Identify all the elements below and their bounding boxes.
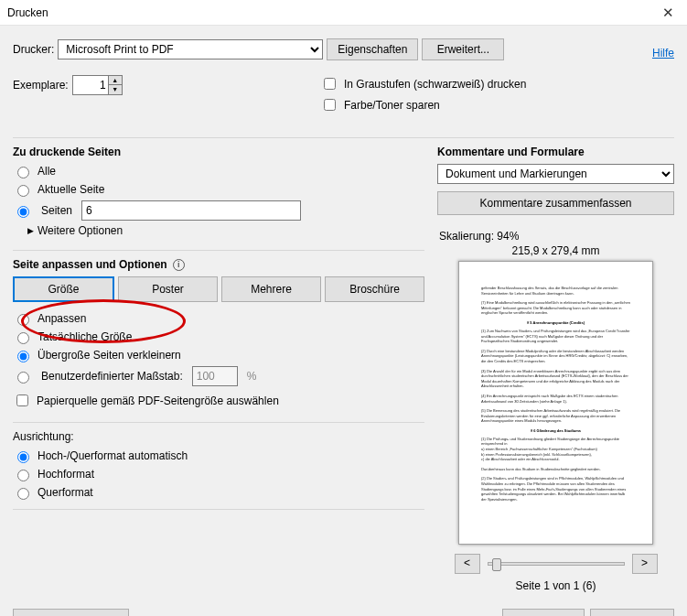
- tab-booklet[interactable]: Broschüre: [325, 276, 424, 302]
- properties-button[interactable]: Eigenschaften: [327, 38, 418, 60]
- radio-all-label: Alle: [38, 165, 56, 178]
- summarize-comments-button[interactable]: Kommentare zusammenfassen: [437, 191, 674, 215]
- page-counter: Seite 1 von 1 (6): [437, 579, 674, 592]
- window-title: Drucken: [7, 6, 48, 19]
- radio-orient-landscape-label: Querformat: [38, 486, 93, 499]
- page-setup-button[interactable]: Seite einrichten...: [13, 609, 129, 616]
- tab-poster[interactable]: Poster: [118, 276, 218, 302]
- radio-actual-label: Tatsächliche Größe: [38, 330, 132, 343]
- comments-select[interactable]: Dokument und Markierungen: [437, 164, 674, 184]
- spinner-up-icon[interactable]: ▲: [109, 76, 122, 85]
- radio-orient-portrait-label: Hochformat: [38, 468, 94, 481]
- radio-current-label: Aktuelle Seite: [38, 183, 104, 196]
- advanced-button[interactable]: Erweitert...: [422, 38, 504, 60]
- pages-to-print-title: Zu druckende Seiten: [13, 146, 424, 158]
- pages-input[interactable]: [81, 200, 301, 221]
- orientation-title: Ausrichtung:: [13, 430, 424, 443]
- radio-fit[interactable]: [17, 314, 29, 326]
- save-toner-label: Farbe/Toner sparen: [344, 99, 440, 112]
- radio-orient-portrait[interactable]: [17, 470, 29, 481]
- custom-scale-input: [192, 366, 238, 386]
- grayscale-label: In Graustufen (schwarzweiß) drucken: [344, 78, 526, 91]
- radio-current[interactable]: [17, 185, 29, 197]
- radio-custom-label: Benutzerdefinierter Maßstab:: [41, 370, 183, 383]
- paper-source-checkbox[interactable]: [16, 394, 28, 406]
- prev-page-button[interactable]: <: [455, 554, 480, 574]
- grayscale-checkbox[interactable]: [324, 78, 336, 90]
- spinner-down-icon[interactable]: ▼: [109, 85, 122, 94]
- radio-shrink[interactable]: [17, 351, 29, 362]
- radio-orient-landscape[interactable]: [17, 488, 29, 500]
- radio-pages-label: Seiten: [41, 204, 72, 217]
- preview-slider[interactable]: [488, 562, 625, 566]
- radio-shrink-label: Übergroße Seiten verkleinern: [38, 349, 181, 362]
- printer-label: Drucker:: [13, 43, 54, 56]
- comments-title: Kommentare und Formulare: [437, 146, 674, 158]
- radio-actual[interactable]: [17, 332, 29, 344]
- next-page-button[interactable]: >: [632, 554, 658, 574]
- copies-input[interactable]: [72, 75, 109, 95]
- help-link[interactable]: Hilfe: [652, 47, 674, 59]
- save-toner-checkbox[interactable]: [324, 99, 336, 111]
- triangle-right-icon[interactable]: ▶: [27, 226, 34, 235]
- custom-scale-unit: %: [247, 370, 257, 383]
- info-icon[interactable]: i: [173, 259, 185, 271]
- radio-fit-label: Anpassen: [38, 312, 86, 325]
- radio-custom[interactable]: [17, 372, 29, 384]
- copies-label: Exemplare:: [13, 79, 69, 92]
- radio-orient-auto[interactable]: [17, 451, 29, 463]
- copies-spinner[interactable]: ▲ ▼: [109, 75, 123, 95]
- slider-thumb[interactable]: [492, 558, 501, 571]
- preview-dims: 215,9 x 279,4 mm: [437, 244, 674, 257]
- scale-label: Skalierung: 94%: [439, 230, 674, 243]
- preview-page: geltender Beschlussfassung des Senats, d…: [458, 261, 653, 545]
- close-icon[interactable]: ✕: [657, 5, 680, 21]
- printer-select[interactable]: Microsoft Print to PDF: [58, 39, 323, 59]
- sizing-title: Seite anpassen und Optionen: [13, 258, 167, 271]
- print-button[interactable]: Drucken: [502, 609, 585, 616]
- tab-size[interactable]: Größe: [13, 276, 114, 302]
- paper-source-label: Papierquelle gemäß PDF-Seitengröße auswä…: [37, 394, 279, 407]
- radio-orient-auto-label: Hoch-/Querformat automatisch: [38, 449, 188, 462]
- cancel-button[interactable]: Abbrechen: [590, 609, 674, 616]
- radio-pages[interactable]: [17, 206, 29, 218]
- radio-all[interactable]: [17, 167, 29, 178]
- more-options-toggle[interactable]: Weitere Optionen: [38, 224, 123, 237]
- tab-multiple[interactable]: Mehrere: [221, 276, 321, 302]
